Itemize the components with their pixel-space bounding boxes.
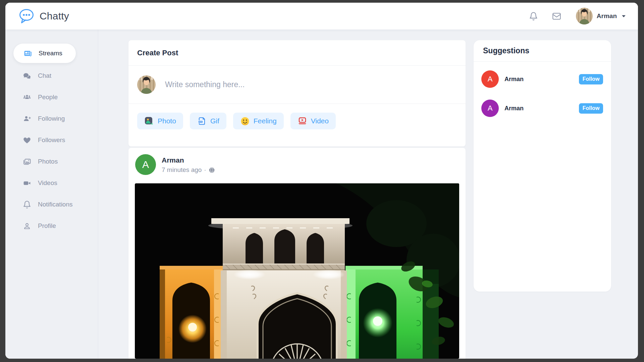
brand[interactable]: Chatty (18, 8, 69, 24)
post-card: A Arman 7 minutes ago · (128, 148, 466, 359)
suggestions-title: Suggestions (474, 40, 611, 62)
follow-button[interactable]: Follow (579, 103, 603, 114)
sidebar-item-label: Chat (38, 72, 51, 79)
globe-public-icon (209, 167, 215, 173)
sidebar-item-photos[interactable]: Photos (5, 151, 98, 172)
add-feeling-button[interactable]: Feeling (233, 113, 284, 129)
person-add-icon (23, 115, 31, 123)
sidebar-item-label: Videos (38, 179, 57, 187)
post-image[interactable] (135, 183, 459, 359)
composer-avatar[interactable] (137, 75, 156, 94)
avatar-initial: A (488, 75, 493, 83)
create-post-title: Create Post (128, 40, 466, 66)
video-camera-icon (23, 179, 31, 187)
video-player-icon (298, 116, 307, 126)
messages-envelope-icon[interactable] (552, 12, 561, 21)
add-photo-button[interactable]: Photo (137, 113, 183, 129)
suggestion-row: A Arman Follow (474, 100, 611, 117)
app-window: Chatty Arma (5, 3, 638, 359)
smiley-face-icon (240, 116, 250, 126)
avatar-initial: A (488, 104, 493, 113)
photos-icon (23, 158, 31, 166)
sidebar-item-label: Streams (39, 50, 62, 57)
post-meta: 7 minutes ago · (162, 166, 215, 174)
suggestion-avatar[interactable]: A (481, 70, 499, 88)
sidebar-nav: Streams Chat People (5, 29, 98, 359)
post-text-input[interactable] (165, 80, 457, 89)
sidebar-item-label: Photos (38, 158, 58, 165)
sidebar-item-people[interactable]: People (5, 86, 98, 108)
sidebar-item-label: People (38, 94, 58, 101)
sidebar-item-label: Notifications (38, 201, 73, 208)
chevron-down-icon (622, 15, 626, 18)
post-header: A Arman 7 minutes ago · (128, 148, 466, 175)
person-icon (23, 222, 31, 230)
sidebar-item-label: Following (38, 115, 65, 122)
post-timestamp: 7 minutes ago (162, 166, 202, 174)
suggestions-card: Suggestions A Arman Follow A Arman Follo… (474, 40, 611, 292)
sidebar-item-profile[interactable]: Profile (5, 215, 98, 237)
newspaper-icon (23, 49, 32, 58)
post-author-avatar[interactable]: A (135, 154, 156, 175)
post-author-name[interactable]: Arman (162, 154, 215, 164)
user-avatar (576, 8, 593, 24)
create-post-body (128, 66, 466, 104)
post-author-block: Arman 7 minutes ago · (162, 154, 215, 175)
sidebar-item-label: Followers (38, 136, 65, 144)
heart-icon (23, 136, 31, 144)
chat-bubble-logo-icon (18, 8, 35, 24)
sidebar-item-streams[interactable]: Streams (13, 44, 76, 63)
photo-icon (144, 116, 154, 126)
chat-bubbles-icon (23, 72, 31, 80)
sidebar-item-notifications[interactable]: Notifications (5, 194, 98, 215)
notifications-bell-icon[interactable] (529, 12, 538, 21)
avatar-initial: A (142, 159, 149, 170)
action-label: Gif (210, 117, 219, 125)
sidebar-item-followers[interactable]: Followers (5, 129, 98, 151)
sidebar-item-label: Profile (38, 222, 56, 230)
top-navbar: Chatty Arma (5, 3, 638, 29)
sidebar-item-chat[interactable]: Chat (5, 65, 98, 86)
composer-actions: Photo Gif Feeling (128, 104, 466, 138)
suggestion-name[interactable]: Arman (504, 76, 573, 83)
sidebar-item-following[interactable]: Following (5, 108, 98, 129)
user-name: Arman (597, 12, 617, 20)
add-video-button[interactable]: Video (290, 113, 336, 129)
brand-name: Chatty (40, 10, 69, 22)
action-label: Feeling (254, 117, 277, 125)
action-label: Video (311, 117, 329, 125)
action-label: Photo (158, 117, 176, 125)
people-group-icon (23, 93, 31, 102)
user-menu[interactable]: Arman (576, 8, 626, 24)
suggestion-avatar[interactable]: A (481, 100, 499, 117)
follow-button[interactable]: Follow (579, 74, 603, 84)
gif-icon (197, 116, 207, 126)
meta-separator: · (204, 166, 206, 174)
add-gif-button[interactable]: Gif (190, 113, 226, 129)
suggestion-name[interactable]: Arman (504, 105, 573, 112)
navbar-right: Arman (529, 8, 626, 24)
suggestion-row: A Arman Follow (474, 70, 611, 88)
create-post-card: Create Post (128, 40, 466, 146)
bell-icon (23, 200, 31, 209)
sidebar-item-videos[interactable]: Videos (5, 172, 98, 194)
